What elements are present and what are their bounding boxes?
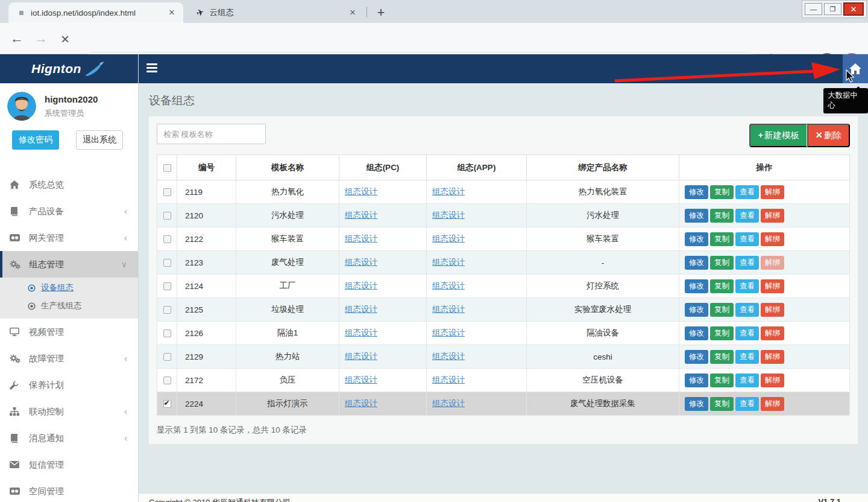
view-action-button[interactable]: 查看	[735, 373, 759, 387]
edit-action-button[interactable]: 修改	[685, 256, 708, 270]
cell-config-app-link[interactable]: 组态设计	[432, 352, 465, 361]
cell-config-pc-link[interactable]: 组态设计	[345, 211, 377, 220]
view-action-button[interactable]: 查看	[735, 209, 759, 223]
row-checkbox[interactable]	[163, 400, 171, 408]
view-action-button[interactable]: 查看	[735, 303, 759, 317]
cell-config-pc-link[interactable]: 组态设计	[345, 305, 377, 314]
edit-action-button[interactable]: 修改	[685, 303, 708, 317]
edit-action-button[interactable]: 修改	[685, 397, 708, 411]
cell-config-app-link[interactable]: 组态设计	[432, 375, 465, 384]
sidebar-item-10[interactable]: 空间管理	[0, 478, 138, 502]
row-checkbox[interactable]	[163, 259, 171, 267]
sidebar-item-0[interactable]: 系统总览	[0, 171, 138, 198]
sidebar-item-1[interactable]: 产品设备‹	[0, 198, 138, 224]
view-action-button[interactable]: 查看	[735, 256, 759, 270]
tab-close-icon[interactable]: ×	[348, 7, 357, 19]
row-checkbox[interactable]	[163, 235, 171, 243]
cell-config-pc-link[interactable]: 组态设计	[345, 399, 377, 408]
sidebar-subitem-0[interactable]: 设备组态	[0, 279, 138, 297]
row-checkbox[interactable]	[163, 376, 171, 384]
unbind-action-button[interactable]: 解绑	[761, 256, 784, 270]
view-action-button[interactable]: 查看	[735, 279, 759, 293]
copy-action-button[interactable]: 复制	[710, 185, 734, 199]
sidebar-item-8[interactable]: 消息通知‹	[0, 425, 138, 451]
edit-action-button[interactable]: 修改	[685, 350, 708, 364]
copy-action-button[interactable]: 复制	[710, 373, 734, 387]
stop-reload-button[interactable]: ×	[57, 31, 74, 48]
search-input[interactable]	[157, 124, 266, 144]
copy-action-button[interactable]: 复制	[710, 256, 734, 270]
cell-config-app-link[interactable]: 组态设计	[432, 281, 465, 290]
cell-config-app-link[interactable]: 组态设计	[432, 328, 465, 337]
cell-config-pc-link[interactable]: 组态设计	[345, 258, 377, 267]
sidebar-item-9[interactable]: 短信管理	[0, 451, 138, 478]
sidebar-item-4[interactable]: 视频管理	[0, 319, 138, 345]
unbind-action-button[interactable]: 解绑	[761, 397, 784, 411]
row-checkbox[interactable]	[163, 306, 171, 314]
copy-action-button[interactable]: 复制	[710, 303, 734, 317]
row-checkbox[interactable]	[163, 282, 171, 290]
sidebar-item-5[interactable]: 故障管理‹	[0, 345, 138, 372]
unbind-action-button[interactable]: 解绑	[761, 373, 784, 387]
copy-action-button[interactable]: 复制	[710, 209, 734, 223]
browser-tab-cloud[interactable]: ✈ 云组态 ×	[188, 2, 364, 23]
sidebar-item-3[interactable]: 组态管理∨	[0, 251, 138, 278]
view-action-button[interactable]: 查看	[735, 350, 759, 364]
row-checkbox[interactable]	[163, 353, 171, 361]
edit-action-button[interactable]: 修改	[685, 209, 708, 223]
cell-config-app-link[interactable]: 组态设计	[432, 211, 465, 220]
unbind-action-button[interactable]: 解绑	[761, 185, 784, 199]
view-action-button[interactable]: 查看	[735, 185, 759, 199]
change-password-button[interactable]: 修改密码	[12, 130, 59, 150]
sidebar-subitem-1[interactable]: 生产线组态	[0, 297, 138, 315]
copy-action-button[interactable]: 复制	[710, 350, 734, 364]
unbind-action-button[interactable]: 解绑	[761, 209, 784, 223]
unbind-action-button[interactable]: 解绑	[761, 279, 784, 293]
edit-action-button[interactable]: 修改	[685, 185, 708, 199]
unbind-action-button[interactable]: 解绑	[761, 326, 784, 340]
cell-config-pc-link[interactable]: 组态设计	[345, 187, 377, 196]
sidebar-item-6[interactable]: 保养计划	[0, 372, 138, 398]
window-minimize-button[interactable]: —	[805, 3, 822, 15]
unbind-action-button[interactable]: 解绑	[761, 350, 784, 364]
new-tab-button[interactable]: +	[373, 5, 389, 22]
cell-config-pc-link[interactable]: 组态设计	[345, 281, 377, 290]
sidebar-item-2[interactable]: 网关管理‹	[0, 224, 138, 251]
cell-config-pc-link[interactable]: 组态设计	[345, 328, 377, 337]
view-action-button[interactable]: 查看	[735, 397, 759, 411]
hamburger-menu-icon[interactable]	[146, 63, 157, 74]
window-restore-button[interactable]: ❐	[824, 3, 841, 15]
copy-action-button[interactable]: 复制	[710, 326, 734, 340]
big-data-center-home-button[interactable]	[843, 54, 868, 83]
view-action-button[interactable]: 查看	[735, 232, 759, 246]
sidebar-item-7[interactable]: 联动控制‹	[0, 398, 138, 425]
unbind-action-button[interactable]: 解绑	[761, 303, 784, 317]
cell-config-pc-link[interactable]: 组态设计	[345, 375, 377, 384]
cell-config-app-link[interactable]: 组态设计	[432, 258, 465, 267]
new-template-button[interactable]: +新建模板	[749, 124, 807, 147]
cell-config-app-link[interactable]: 组态设计	[432, 305, 465, 314]
view-action-button[interactable]: 查看	[735, 326, 759, 340]
row-checkbox[interactable]	[163, 188, 171, 196]
edit-action-button[interactable]: 修改	[685, 326, 708, 340]
browser-tab-current[interactable]: iot.idosp.net/idosp/index.html ×	[8, 2, 183, 23]
edit-action-button[interactable]: 修改	[685, 373, 708, 387]
select-all-checkbox[interactable]	[163, 164, 171, 172]
cell-config-app-link[interactable]: 组态设计	[432, 234, 465, 243]
row-checkbox[interactable]	[163, 212, 171, 220]
copy-action-button[interactable]: 复制	[710, 279, 734, 293]
copy-action-button[interactable]: 复制	[710, 232, 734, 246]
row-checkbox[interactable]	[163, 329, 171, 337]
logout-button[interactable]: 退出系统	[76, 130, 123, 150]
unbind-action-button[interactable]: 解绑	[761, 232, 784, 246]
copy-action-button[interactable]: 复制	[710, 397, 734, 411]
edit-action-button[interactable]: 修改	[685, 232, 708, 246]
cell-config-app-link[interactable]: 组态设计	[432, 187, 465, 196]
cell-config-pc-link[interactable]: 组态设计	[345, 352, 377, 361]
back-button[interactable]: ←	[8, 31, 25, 46]
window-close-button[interactable]: ✕	[843, 2, 864, 16]
tab-close-icon[interactable]: ×	[168, 7, 176, 19]
delete-button[interactable]: ✕删除	[807, 124, 850, 147]
cell-config-pc-link[interactable]: 组态设计	[345, 234, 377, 243]
forward-button[interactable]: →	[33, 31, 49, 46]
